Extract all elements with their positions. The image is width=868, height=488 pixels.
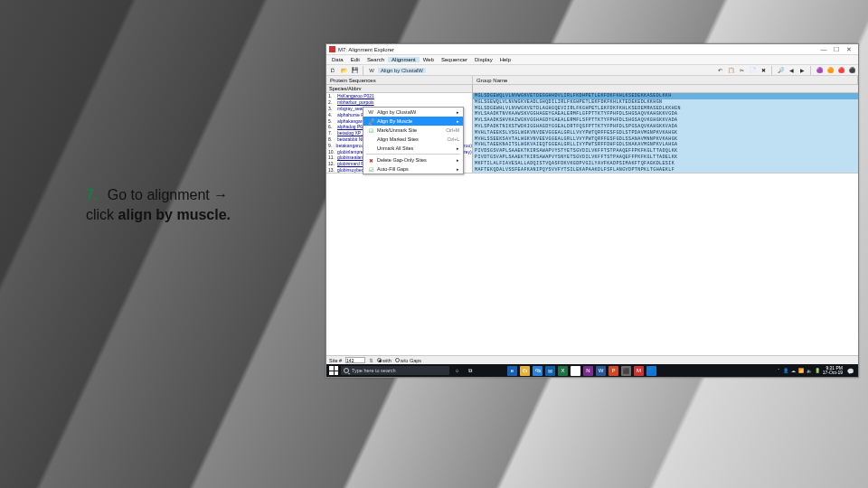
sequence-row[interactable]: MVLSPADKTNIKSTWDKIGGHAGDYGGEALDRTFQSFPTT…	[473, 124, 858, 130]
sequence-name-row[interactable]: 1.HsKangaroo P021	[326, 93, 472, 99]
chrome-icon[interactable]: ◎	[571, 366, 580, 376]
alignment-menu-dropdown: WAlign by ClustalW▸🧬Align By Muscle▸☑Mar…	[363, 107, 464, 174]
store-icon[interactable]: 🛍	[533, 366, 542, 376]
tray-cloud-icon[interactable]: ☁	[791, 368, 796, 373]
menu-item[interactable]: Align Marked SitesCtrl+L	[363, 135, 463, 144]
tray-volume-icon[interactable]: 🔈	[807, 368, 812, 373]
paste-icon[interactable]: 📄	[748, 66, 757, 75]
menu-bar: Data Edit Search Alignment Web Sequencer…	[326, 55, 858, 65]
submenu-arrow-icon: ▸	[457, 145, 459, 151]
menu-help[interactable]: Help	[496, 57, 514, 62]
sequence-row[interactable]: MVLSAADKTNVKAAWSKVGGHAGEYGAEALERMFLGFPTT…	[473, 111, 858, 117]
edge-icon[interactable]: e	[507, 366, 517, 376]
undo-icon[interactable]: ↶	[715, 66, 724, 75]
sequence-row[interactable]: PIVDTGSVAPLSAAEKTKIRSAWAPVYSNYETSGVDILVK…	[473, 155, 858, 161]
residue2-icon[interactable]: 🟠	[826, 66, 835, 75]
sequence-name-row[interactable]: 2.mbharbor_porpois	[326, 99, 472, 106]
residue4-icon[interactable]: ⚫	[847, 66, 856, 75]
sequence-row[interactable]: MVHLSSEEKSAVTALWGKVNVEEVGGEALGRLLVVYPWTQ…	[473, 136, 858, 143]
mega-icon[interactable]: M	[634, 366, 644, 376]
maximize-button[interactable]: ☐	[830, 45, 843, 54]
minimize-button[interactable]: —	[817, 45, 830, 54]
mail-icon[interactable]: ✉	[545, 366, 555, 376]
cortana-icon[interactable]: ○	[452, 366, 462, 376]
menu-web[interactable]: Web	[420, 57, 438, 62]
submenu-arrow-icon: ▸	[457, 157, 459, 163]
new-icon[interactable]: 🗋	[328, 66, 337, 75]
notifications-icon[interactable]: 💬	[845, 366, 855, 376]
panel-left-label: Protein Sequences	[326, 76, 473, 84]
tray-chevron-icon[interactable]: ˄	[778, 368, 780, 373]
next-icon[interactable]: ▶	[797, 66, 807, 75]
copy-icon[interactable]: 📋	[726, 66, 735, 75]
toolbar-sep3	[810, 66, 811, 75]
toolbar: 🗋 📂 💾 W Align by ClustalW ↶ 📋 ✂ 📄 ✖ 🔎 ◀ …	[326, 65, 858, 76]
sequence-column[interactable]: MGLSDGEWQLVLNVWGKVETDEGGHHDVLIRLFKDHPETL…	[473, 85, 858, 173]
sequence-row[interactable]: MVHLTAEEKSLVSGLWGKVNVDEVGGEALGRLLVVYPWTQ…	[473, 130, 858, 136]
explorer-icon[interactable]: 🗀	[520, 366, 530, 376]
start-button[interactable]	[329, 366, 338, 375]
align-clustalw-label[interactable]: Align by ClustalW	[378, 68, 426, 73]
app-icon	[329, 46, 335, 52]
sequence-row[interactable]: MVHLTAEEKNAITSLWGKVAIEQTGGEALGRLLIVYPWTS…	[473, 142, 858, 148]
save-icon[interactable]: 💾	[350, 66, 359, 75]
taskbar-search[interactable]: Type here to search	[341, 366, 449, 375]
without-gaps-radio[interactable]: w/o Gaps	[395, 358, 421, 363]
site-number-input[interactable]	[345, 357, 365, 363]
powerpoint-icon[interactable]: P	[609, 366, 618, 376]
system-tray[interactable]: ˄ 👤 ☁ 📶 🔈 🔋	[778, 368, 820, 373]
delete-icon[interactable]: ✖	[759, 66, 768, 75]
menu-item[interactable]: 🧬Align By Muscle▸	[363, 117, 463, 126]
cut-icon[interactable]: ✂	[737, 66, 746, 75]
sequence-row[interactable]: MGLSGEWQLVLNVWGKVEADLGHQDILIRLFKGHPETLEK…	[473, 99, 858, 106]
find-icon[interactable]: 🔎	[776, 66, 785, 75]
menu-item[interactable]: Unmark All Sites▸	[363, 144, 463, 153]
menu-item-label: Unmark All Sites	[377, 145, 413, 151]
with-gaps-radio[interactable]: with	[377, 358, 392, 363]
menu-edit[interactable]: Edit	[347, 57, 363, 62]
app1-icon[interactable]: ⬛	[621, 366, 631, 376]
menu-item-icon	[367, 136, 374, 143]
sequence-row[interactable]: PIVDSGSVAPLSAAEKTKIRSAWAPVYSTYETSGVDILVK…	[473, 148, 858, 155]
tray-battery-icon[interactable]: 🔋	[815, 368, 820, 373]
titlebar: M7: Alignment Explorer — ☐ ✕	[326, 44, 858, 55]
word-icon[interactable]: W	[596, 366, 606, 376]
menu-item-shortcut: Ctrl+M	[446, 127, 459, 133]
site-label: Site #	[329, 358, 342, 363]
menu-item-label: Mark/Unmark Site	[377, 127, 417, 133]
menu-alignment[interactable]: Alignment	[388, 57, 420, 62]
clustalw-icon[interactable]: W	[367, 66, 376, 75]
submenu-arrow-icon: ▸	[457, 118, 459, 124]
menu-item-label: Align Marked Sites	[377, 136, 419, 142]
tray-wifi-icon[interactable]: 📶	[798, 368, 804, 373]
menu-display[interactable]: Display	[471, 57, 496, 62]
submenu-arrow-icon: ▸	[457, 166, 459, 172]
menu-item[interactable]: ☑Mark/Unmark SiteCtrl+M	[363, 126, 463, 135]
sequence-row[interactable]: MVLSAADKSHVKAIWGKVGGHAGDYGAEALERMFLSFPTT…	[473, 117, 858, 124]
menu-data[interactable]: Data	[328, 57, 347, 62]
menu-item[interactable]: ✖Delete Gap-Only Sites▸	[363, 155, 463, 164]
menu-sequencer[interactable]: Sequencer	[438, 57, 471, 62]
sequence-row[interactable]: MGLSDGEWQLVLNVWGKVETDEGGHHDVLIRLFKDHPETL…	[473, 93, 858, 99]
instruction-text: 7. Go to alignment → click align by musc…	[86, 185, 303, 224]
menu-item[interactable]: WAlign by ClustalW▸	[363, 108, 463, 117]
excel-icon[interactable]: X	[558, 366, 568, 376]
menu-search[interactable]: Search	[363, 57, 388, 62]
taskview-icon[interactable]: ⧉	[465, 366, 475, 376]
prev-icon[interactable]: ◀	[787, 66, 796, 75]
sequence-row[interactable]: MAFTEKQDALVSSFEAFKANIPQYSVVFYTSILEKAPAAK…	[473, 167, 858, 173]
site-stepper-icon[interactable]: ⥮	[369, 358, 373, 363]
app2-icon[interactable]: 🟦	[646, 366, 656, 376]
tray-people-icon[interactable]: 👤	[783, 368, 788, 373]
residue3-icon[interactable]: 🔴	[836, 66, 845, 75]
alignment-grid: Species/Abbrv 1.HsKangaroo P0212.mbharbo…	[326, 85, 858, 174]
menu-item[interactable]: ☑Auto-Fill Gaps▸	[363, 164, 463, 174]
taskbar-clock[interactable]: 9:21 PM 17-Oct-19	[823, 366, 843, 375]
sequence-row[interactable]: MKFTILALFIAVESALLADQISTVQASFDKVKGDPVGILY…	[473, 161, 858, 167]
residue1-icon[interactable]: 🟣	[815, 66, 824, 75]
onenote-icon[interactable]: N	[583, 366, 593, 376]
search-placeholder: Type here to search	[352, 368, 396, 373]
sequence-row[interactable]: MGLSDGEWHLVLNVWGKVETDLAGHGQEVIIRLFKGHPET…	[473, 106, 858, 112]
close-button[interactable]: ✕	[843, 45, 855, 54]
open-icon[interactable]: 📂	[339, 66, 348, 75]
